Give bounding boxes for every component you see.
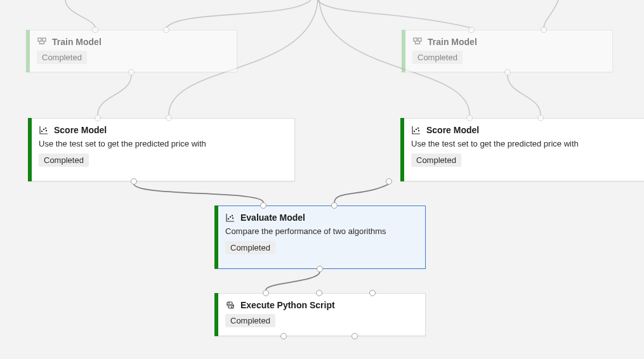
- status-stripe: [28, 118, 32, 181]
- port-input[interactable]: [166, 115, 172, 121]
- svg-point-5: [43, 129, 44, 130]
- status-badge: Completed: [225, 241, 275, 254]
- port-input[interactable]: [537, 115, 544, 121]
- node-title: Score Model: [54, 125, 107, 135]
- svg-point-4: [41, 131, 43, 132]
- svg-point-6: [45, 127, 46, 129]
- module-icon: [412, 37, 423, 47]
- status-badge: Completed: [39, 153, 89, 167]
- node-title: Train Model: [428, 37, 477, 47]
- port-input[interactable]: [260, 202, 266, 209]
- status-stripe: [400, 118, 404, 181]
- port-input[interactable]: [163, 27, 169, 33]
- port-input[interactable]: [263, 290, 269, 296]
- node-score-model-right[interactable]: Score Model Use the test set to get the …: [400, 118, 644, 181]
- svg-point-15: [232, 218, 233, 219]
- status-badge: Completed: [225, 314, 275, 327]
- svg-point-10: [417, 127, 419, 129]
- pipeline-canvas[interactable]: Train Model Completed Train Model Comple…: [0, 0, 644, 359]
- svg-point-14: [232, 215, 233, 216]
- scatter-icon: [225, 212, 235, 223]
- port-output[interactable]: [280, 333, 287, 339]
- svg-point-7: [46, 130, 47, 131]
- python-icon: [225, 300, 235, 310]
- svg-rect-3: [418, 38, 421, 41]
- module-icon: [37, 37, 47, 47]
- node-title: Score Model: [426, 125, 479, 135]
- svg-rect-2: [414, 38, 417, 41]
- node-evaluate-model[interactable]: Evaluate Model Compare the performance o…: [214, 206, 426, 269]
- node-title: Train Model: [52, 37, 102, 47]
- svg-point-13: [230, 216, 231, 218]
- node-description: Use the test set to get the predicted pr…: [411, 139, 644, 148]
- port-output[interactable]: [504, 69, 511, 75]
- port-input[interactable]: [541, 27, 547, 33]
- node-score-model-left[interactable]: Score Model Use the test set to get the …: [28, 118, 295, 181]
- node-execute-python-script[interactable]: Execute Python Script Completed: [214, 293, 426, 336]
- port-input[interactable]: [92, 27, 98, 33]
- node-title: Execute Python Script: [240, 300, 335, 310]
- scatter-icon: [39, 125, 49, 135]
- svg-point-9: [416, 129, 417, 130]
- node-train-model-left[interactable]: Train Model Completed: [26, 30, 237, 72]
- node-description: Use the test set to get the predicted pr…: [39, 139, 287, 148]
- node-train-model-right[interactable]: Train Model Completed: [402, 30, 613, 72]
- port-input[interactable]: [316, 290, 322, 296]
- status-badge: Completed: [411, 153, 461, 167]
- port-output[interactable]: [352, 333, 358, 339]
- status-badge: Completed: [412, 51, 463, 64]
- status-stripe: [26, 30, 30, 72]
- svg-point-11: [418, 130, 419, 131]
- svg-point-17: [232, 307, 232, 308]
- port-input[interactable]: [468, 27, 475, 33]
- status-stripe: [402, 30, 405, 72]
- status-stripe: [214, 206, 218, 269]
- node-description: Compare the performance of two algorithm…: [225, 226, 417, 236]
- port-input[interactable]: [466, 115, 473, 121]
- port-output[interactable]: [386, 178, 392, 185]
- svg-rect-0: [38, 38, 41, 41]
- port-input[interactable]: [95, 115, 101, 121]
- port-output[interactable]: [131, 178, 137, 185]
- port-input[interactable]: [369, 290, 376, 296]
- scatter-icon: [411, 125, 421, 135]
- port-input[interactable]: [331, 202, 338, 209]
- port-output[interactable]: [128, 69, 135, 75]
- port-output[interactable]: [317, 266, 323, 272]
- svg-point-16: [229, 303, 230, 303]
- node-title: Evaluate Model: [240, 212, 305, 223]
- svg-point-8: [414, 131, 415, 132]
- status-stripe: [214, 293, 218, 336]
- svg-point-12: [228, 218, 229, 219]
- svg-rect-1: [43, 38, 46, 41]
- status-badge: Completed: [37, 51, 87, 64]
